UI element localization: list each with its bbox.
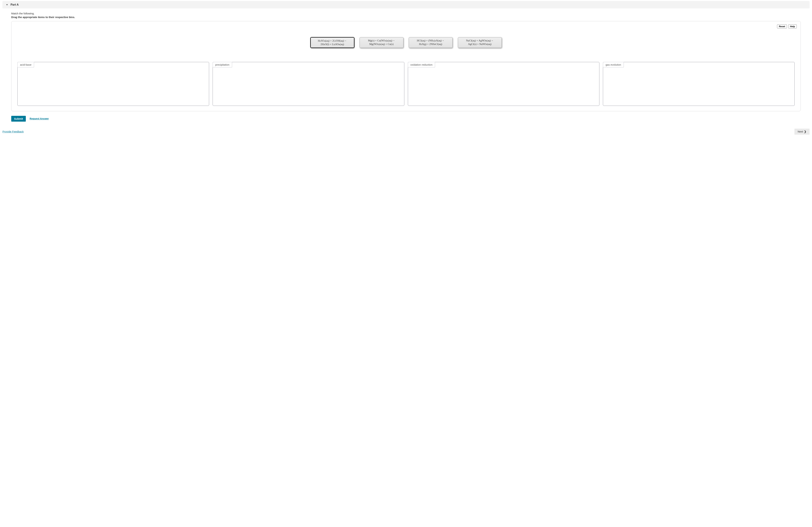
tile-reactants: Mg(s) + Cu(NO₃)₂(aq)→ [362, 39, 401, 42]
part-header[interactable]: ▼ Part A [2, 1, 810, 9]
bin-acid-base[interactable]: acid-base [17, 62, 209, 106]
footer: Provide Feedback Next ❯ [0, 123, 812, 138]
reaction-tile[interactable]: Mg(s) + Cu(NO₃)₂(aq)→ Mg(NO₃)₂(aq) + Cu(… [360, 37, 404, 48]
bin-label: acid-base [17, 62, 34, 68]
tile-products: 2H₂O(l) + Li₂SO₄(aq) [313, 43, 352, 46]
tile-products: AgCl(s) + NaNO₃(aq) [460, 42, 499, 46]
bins-row: acid-base precipitation oxidation reduct… [15, 62, 797, 106]
tile-reactants: HCl(aq) + (NH₄)₂S(aq)→ [411, 39, 450, 42]
bin-precipitation[interactable]: precipitation [213, 62, 404, 106]
chevron-right-icon: ❯ [804, 130, 807, 133]
submit-button[interactable]: Submit [11, 116, 26, 122]
action-row: Submit Request Answer [11, 116, 801, 122]
instructions-line-1: Match the following. [11, 12, 801, 15]
reaction-tile[interactable]: NaCl(aq) + AgNO₃(aq)→ AgCl(s) + NaNO₃(aq… [458, 37, 502, 48]
part-title: Part A [11, 3, 19, 6]
provide-feedback-link[interactable]: Provide Feedback [2, 130, 24, 133]
workspace: Reset Help H₂SO₄(aq) + 2LiOH(aq)→ 2H₂O(l… [11, 21, 801, 111]
workspace-toolbar: Reset Help [15, 25, 797, 28]
bin-label: precipitation [213, 62, 232, 68]
reset-button[interactable]: Reset [777, 25, 787, 28]
collapse-icon: ▼ [6, 3, 8, 6]
bin-gas-evolution[interactable]: gas evolution [603, 62, 795, 106]
reaction-tile[interactable]: H₂SO₄(aq) + 2LiOH(aq)→ 2H₂O(l) + Li₂SO₄(… [310, 37, 354, 48]
tile-products: H₂S(g) + 2NH₄Cl(aq) [411, 42, 450, 46]
next-label: Next [798, 130, 803, 133]
request-answer-link[interactable]: Request Answer [30, 117, 49, 120]
instructions-line-2: Drag the appropriate items to their resp… [11, 16, 801, 19]
bin-oxidation-reduction[interactable]: oxidation reduction [408, 62, 599, 106]
reaction-tile[interactable]: HCl(aq) + (NH₄)₂S(aq)→ H₂S(g) + 2NH₄Cl(a… [409, 37, 453, 48]
tile-reactants: H₂SO₄(aq) + 2LiOH(aq)→ [313, 39, 352, 43]
tile-products: Mg(NO₃)₂(aq) + Cu(s) [362, 42, 401, 46]
help-button[interactable]: Help [788, 25, 797, 28]
bin-label: gas evolution [603, 62, 624, 68]
tile-reactants: NaCl(aq) + AgNO₃(aq)→ [460, 39, 499, 42]
draggable-tiles-row: H₂SO₄(aq) + 2LiOH(aq)→ 2H₂O(l) + Li₂SO₄(… [15, 37, 797, 48]
next-button[interactable]: Next ❯ [795, 129, 810, 135]
bin-label: oxidation reduction [408, 62, 435, 68]
content-area: Match the following. Drag the appropriat… [0, 9, 812, 123]
